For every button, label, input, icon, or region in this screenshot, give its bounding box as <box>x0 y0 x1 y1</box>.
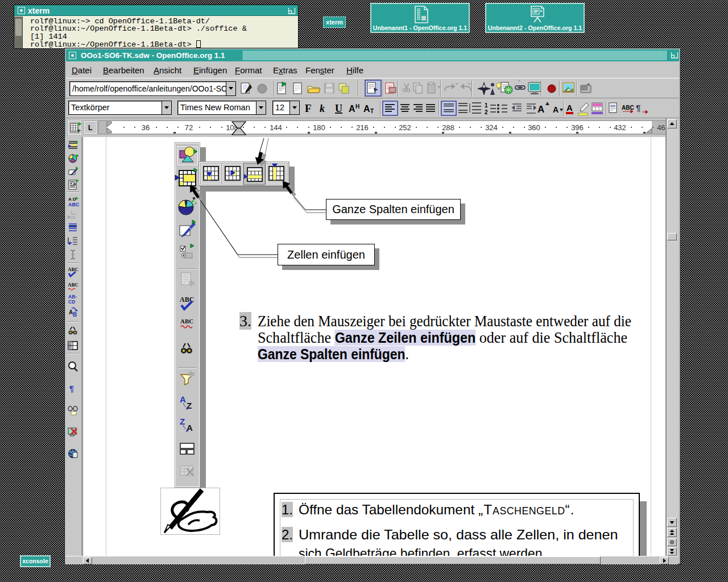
svg-text:A: A <box>566 103 573 113</box>
svg-text:180: 180 <box>313 123 325 132</box>
svg-text:U: U <box>335 103 342 114</box>
svg-text:ABC: ABC <box>68 202 80 207</box>
svg-text:A: A <box>553 105 559 114</box>
svg-text:324: 324 <box>485 123 498 132</box>
svg-text:1: 1 <box>485 102 488 109</box>
svg-text:288: 288 <box>442 123 454 132</box>
svg-text:B: B <box>73 311 77 318</box>
svg-text:F: F <box>305 102 312 114</box>
svg-text:360: 360 <box>528 123 540 132</box>
svg-text:144: 144 <box>270 123 282 132</box>
svg-text:¶: ¶ <box>636 103 640 113</box>
svg-text:ABC: ABC <box>622 105 634 111</box>
svg-text:¶: ¶ <box>69 384 74 393</box>
svg-text:A: A <box>363 104 370 114</box>
svg-text:432: 432 <box>614 123 626 132</box>
svg-text:T: T <box>370 108 374 114</box>
svg-text:L: L <box>88 124 92 132</box>
svg-text:A D: A D <box>68 197 76 202</box>
svg-text:ABC: ABC <box>68 282 78 288</box>
svg-text:72: 72 <box>185 123 193 132</box>
svg-text:A: A <box>349 104 355 114</box>
svg-text:H: H <box>355 103 359 110</box>
svg-text:A: A <box>537 104 544 115</box>
svg-text:396: 396 <box>571 123 584 132</box>
svg-text:252: 252 <box>399 123 411 132</box>
svg-text:k: k <box>320 103 325 114</box>
svg-text:216: 216 <box>356 123 369 132</box>
svg-text:36: 36 <box>142 123 150 132</box>
svg-text:ABC: ABC <box>68 267 78 272</box>
svg-text:CD: CD <box>68 299 75 305</box>
svg-text:2: 2 <box>485 109 488 115</box>
